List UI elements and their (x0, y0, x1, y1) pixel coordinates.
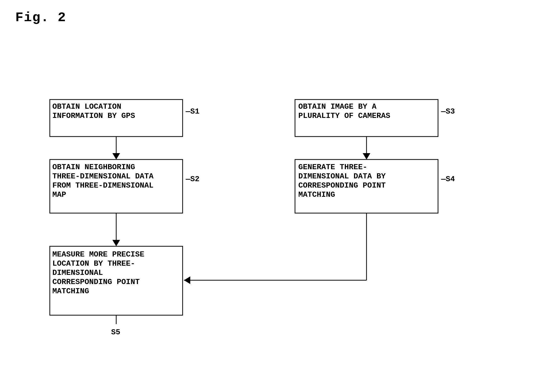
svg-text:PLURALITY OF CAMERAS: PLURALITY OF CAMERAS (298, 112, 390, 120)
svg-text:CORRESPONDING POINT: CORRESPONDING POINT (298, 181, 386, 190)
svg-text:MATCHING: MATCHING (298, 190, 335, 199)
svg-text:—S1: —S1 (185, 107, 199, 116)
svg-text:—S3: —S3 (441, 107, 455, 116)
svg-text:INFORMATION BY GPS: INFORMATION BY GPS (52, 112, 135, 120)
svg-text:DIMENSIONAL DATA BY: DIMENSIONAL DATA BY (298, 172, 386, 181)
svg-text:LOCATION BY THREE-: LOCATION BY THREE- (52, 259, 135, 268)
svg-marker-27 (363, 153, 370, 160)
flowchart-svg: OBTAIN LOCATION INFORMATION BY GPS —S1 O… (0, 0, 543, 392)
svg-text:—S4: —S4 (441, 175, 455, 183)
svg-marker-36 (184, 276, 190, 284)
svg-text:FROM THREE-DIMENSIONAL: FROM THREE-DIMENSIONAL (52, 181, 154, 190)
svg-text:OBTAIN NEIGHBORING: OBTAIN NEIGHBORING (52, 163, 135, 172)
svg-text:S5: S5 (111, 328, 120, 337)
svg-text:OBTAIN IMAGE BY A: OBTAIN IMAGE BY A (298, 102, 376, 111)
svg-text:MEASURE MORE PRECISE: MEASURE MORE PRECISE (52, 250, 144, 259)
svg-text:MATCHING: MATCHING (52, 287, 89, 296)
svg-text:CORRESPONDING POINT: CORRESPONDING POINT (52, 278, 140, 286)
svg-marker-13 (112, 240, 120, 246)
svg-text:—S2: —S2 (185, 175, 199, 183)
svg-text:MAP: MAP (52, 190, 66, 199)
svg-text:GENERATE THREE-: GENERATE THREE- (298, 163, 367, 172)
svg-text:THREE-DIMENSIONAL DATA: THREE-DIMENSIONAL DATA (52, 172, 154, 181)
svg-text:DIMENSIONAL: DIMENSIONAL (52, 268, 103, 277)
svg-marker-5 (112, 153, 120, 160)
svg-text:OBTAIN LOCATION: OBTAIN LOCATION (52, 102, 121, 111)
